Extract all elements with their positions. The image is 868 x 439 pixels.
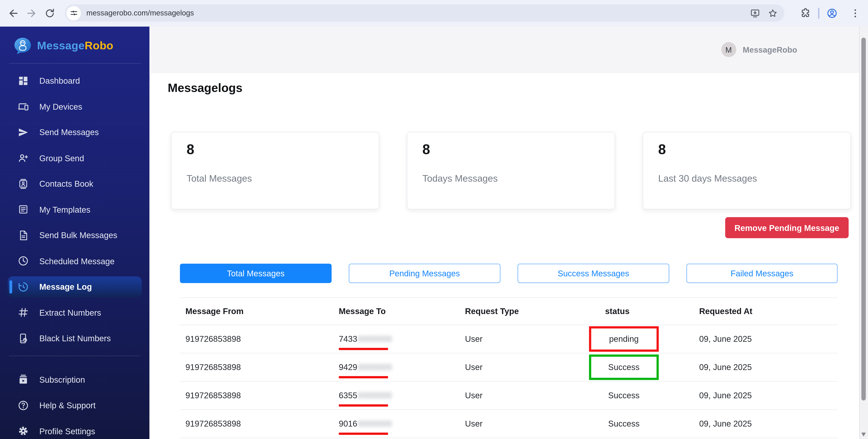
scrollbar-down-arrow-icon[interactable]	[861, 432, 866, 436]
sidebar-item-message-log[interactable]: Message Log	[8, 276, 142, 297]
cell-message-from: 919726853898	[180, 390, 338, 400]
phone-masked: 0000000	[358, 362, 392, 372]
send-icon	[18, 127, 29, 138]
stat-card-todays-messages: 8 Todays Messages	[407, 132, 615, 209]
stat-label: Last 30 days Messages	[658, 173, 757, 184]
cell-message-to: 90160000000	[338, 410, 464, 437]
cell-requested-at: 09, June 2025	[681, 390, 837, 400]
sidebar-item-group-send[interactable]: Group Send	[0, 145, 149, 171]
cell-status: pending	[589, 326, 681, 351]
phone-visible: 9016	[339, 419, 357, 428]
tab-failed-messages[interactable]: Failed Messages	[686, 264, 838, 283]
stat-card-last-30-days: 8 Last 30 days Messages	[643, 132, 851, 209]
browser-profile-icon[interactable]	[826, 7, 837, 19]
phone-masked: 0000000	[358, 419, 392, 428]
sidebar-item-contacts-book[interactable]: Contacts Book	[0, 171, 149, 197]
remove-pending-message-button[interactable]: Remove Pending Message	[725, 217, 849, 238]
subscriptions-icon	[18, 374, 29, 385]
hash-icon	[18, 307, 29, 318]
avatar[interactable]: M	[721, 42, 736, 57]
cell-request-type: User	[464, 334, 589, 344]
person-add-icon	[18, 152, 29, 164]
gear-icon	[18, 426, 29, 437]
sidebar-item-dashboard[interactable]: Dashboard	[0, 68, 149, 94]
robot-chat-bubble-icon	[13, 36, 32, 55]
dashboard-icon	[18, 75, 29, 86]
document-lines-icon	[18, 204, 29, 215]
address-bar[interactable]: messagerobo.com/messagelogs	[65, 5, 784, 22]
sidebar-item-black-list-numbers[interactable]: Black List Numbers	[0, 325, 149, 351]
devices-icon	[18, 101, 29, 112]
url-text[interactable]: messagerobo.com/messagelogs	[86, 9, 750, 17]
cell-status: Success	[589, 354, 681, 380]
top-header: M MessageRobo	[149, 26, 868, 73]
stat-value: 8	[187, 141, 194, 157]
cell-message-to: 63550000000	[338, 381, 464, 409]
brand-name: MessageRobo	[37, 39, 114, 52]
toolbar-divider	[818, 7, 819, 19]
sidebar-item-send-messages[interactable]: Send Messages	[0, 119, 149, 145]
cell-message-from: 919726853898	[180, 419, 338, 428]
contacts-card-icon	[18, 178, 29, 189]
cell-request-type: User	[464, 390, 589, 400]
red-underline-annotation	[339, 404, 388, 407]
reload-icon[interactable]	[44, 7, 55, 19]
red-underline-annotation	[339, 432, 388, 435]
site-settings-icon[interactable]	[66, 6, 81, 20]
stat-value: 8	[423, 141, 430, 157]
phone-masked: 0000000	[358, 334, 392, 344]
sidebar-item-profile-settings[interactable]: Profile Settings	[0, 418, 149, 439]
help-circle-icon	[18, 400, 29, 411]
message-log-table: Message From Message To Request Type sta…	[180, 297, 837, 438]
sidebar-item-subscription[interactable]: Subscription	[0, 367, 149, 392]
cell-message-to: 94290000000	[338, 353, 464, 381]
phone-visible: 6355	[339, 390, 357, 400]
tab-total-messages[interactable]: Total Messages	[180, 264, 332, 283]
extensions-icon[interactable]	[800, 7, 811, 19]
tab-pending-messages[interactable]: Pending Messages	[349, 264, 500, 283]
bookmark-star-icon[interactable]	[768, 8, 778, 18]
sidebar-divider	[9, 63, 141, 63]
tab-success-messages[interactable]: Success Messages	[518, 264, 669, 283]
scrollbar-thumb[interactable]	[861, 37, 866, 400]
browser-toolbar: messagerobo.com/messagelogs	[0, 0, 868, 27]
stat-card-total-messages: 8 Total Messages	[171, 132, 379, 209]
col-header-message-from: Message From	[180, 306, 338, 316]
page-title: Messagelogs	[168, 81, 243, 95]
history-icon	[18, 281, 29, 292]
brand-logo[interactable]: MessageRobo	[0, 26, 149, 58]
status-badge-pending-red-box: pending	[589, 326, 659, 351]
sidebar-item-help-support[interactable]: Help & Support	[0, 392, 149, 418]
app-window: MessageRobo Dashboard My Devices Send Me…	[0, 26, 868, 439]
stat-label: Todays Messages	[423, 173, 498, 184]
account-name[interactable]: MessageRobo	[743, 45, 797, 54]
stat-label: Total Messages	[187, 173, 252, 184]
sidebar-item-my-templates[interactable]: My Templates	[0, 197, 149, 223]
clock-icon	[18, 256, 29, 266]
status-badge: Success	[589, 411, 659, 436]
table-row: 919726853898 63550000000 User Success 09…	[180, 381, 837, 410]
sidebar-divider	[9, 356, 141, 356]
stat-value: 8	[658, 141, 666, 157]
phone-visible: 7433	[339, 334, 357, 344]
install-app-icon[interactable]	[750, 8, 760, 18]
cell-requested-at: 09, June 2025	[681, 334, 837, 344]
cell-status: Success	[589, 382, 681, 408]
cell-request-type: User	[464, 362, 589, 372]
browser-menu-icon[interactable]	[849, 7, 861, 19]
status-badge-success-green-box: Success	[589, 354, 659, 380]
back-icon[interactable]	[8, 7, 19, 19]
page-scrollbar[interactable]	[859, 26, 868, 439]
cell-message-from: 919726853898	[180, 362, 338, 372]
forward-icon[interactable]	[26, 7, 37, 19]
sidebar: MessageRobo Dashboard My Devices Send Me…	[0, 26, 149, 439]
sidebar-item-send-bulk-messages[interactable]: Send Bulk Messages	[0, 222, 149, 248]
sidebar-item-my-devices[interactable]: My Devices	[0, 94, 149, 119]
col-header-status: status	[589, 306, 681, 316]
col-header-requested-at: Requested At	[681, 306, 837, 316]
cell-request-type: User	[464, 419, 589, 428]
sidebar-item-scheduled-message[interactable]: Scheduled Message	[0, 248, 149, 274]
file-icon	[18, 230, 29, 241]
phone-block-icon	[18, 333, 29, 344]
sidebar-item-extract-numbers[interactable]: Extract Numbers	[0, 300, 149, 325]
